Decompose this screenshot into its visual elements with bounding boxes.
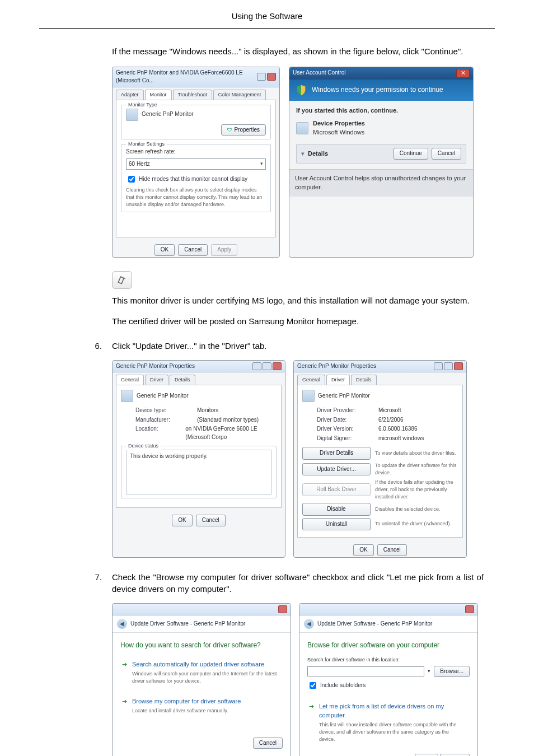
driver-provider-label: Driver Provider: <box>317 407 373 415</box>
window-controls[interactable] <box>434 362 463 370</box>
tab-adapter[interactable]: Adapter <box>116 90 144 100</box>
close-button[interactable]: ✕ <box>456 69 470 78</box>
uac-cancel-button[interactable]: Cancel <box>432 148 461 160</box>
device-type-value: Monitors <box>197 407 218 415</box>
uac-details-label[interactable]: Details <box>308 150 328 158</box>
next-button[interactable]: Next <box>415 754 439 756</box>
back-icon[interactable]: ◀ <box>117 619 127 629</box>
uac-band: Windows needs your permission to continu… <box>289 80 473 101</box>
window-controls[interactable] <box>257 73 276 81</box>
uac-footer: User Account Control helps stop unauthor… <box>289 169 473 197</box>
shield-icon <box>295 84 307 96</box>
disable-button[interactable]: Disable <box>302 503 371 516</box>
update-driver-desc: To update the driver software for this d… <box>375 462 458 477</box>
option-browse-computer[interactable]: Browse my computer for driver software L… <box>120 693 283 718</box>
note-paragraph-2: The certified driver will be posted on S… <box>112 315 484 328</box>
update-driver-button[interactable]: Update Driver... <box>302 463 371 476</box>
note-icon <box>112 271 132 289</box>
chevron-down-icon[interactable]: ▾ <box>301 150 305 158</box>
step-text: Check the "Browse my computer for driver… <box>112 571 484 596</box>
step-number: 7. <box>90 571 102 596</box>
monitor-settings-group: Monitor Settings Screen refresh rate: 60… <box>121 144 271 212</box>
driver-details-button[interactable]: Driver Details <box>302 447 371 460</box>
update-wizard-browse-window: ◀ Update Driver Software - Generic PnP M… <box>299 603 478 756</box>
intro-paragraph: If the message "Windows needs..." is dis… <box>112 45 484 58</box>
step-number: 6. <box>90 340 102 352</box>
option-desc: This list will show installed driver sof… <box>319 721 466 743</box>
window-controls[interactable] <box>278 605 287 613</box>
properties-button[interactable]: Properties <box>221 124 266 136</box>
figure-row-1: Generic PnP Monitor and NVIDIA GeForce66… <box>112 67 484 258</box>
monitor-icon <box>126 109 138 121</box>
ok-button[interactable]: OK <box>154 244 175 256</box>
cancel-button[interactable]: Cancel <box>440 754 470 756</box>
option-desc: Locate and install driver software manua… <box>132 707 279 715</box>
include-subfolders-input[interactable] <box>310 682 316 689</box>
hide-modes-checkbox[interactable]: Hide modes that this monitor cannot disp… <box>126 174 266 184</box>
uninstall-button[interactable]: Uninstall <box>302 518 371 531</box>
manufacturer-label: Manufacturer: <box>135 416 191 424</box>
step-7: 7. Check the "Browse my computer for dri… <box>90 571 484 596</box>
dialog-buttons: OK Cancel Apply <box>113 241 279 257</box>
tab-general[interactable]: General <box>297 375 325 385</box>
hide-modes-note: Clearing this check box allows you to se… <box>126 186 266 208</box>
device-type-label: Device type: <box>135 407 191 415</box>
hide-modes-input[interactable] <box>128 176 135 183</box>
option-title: Browse my computer for driver software <box>132 697 279 706</box>
update-wizard-search-window: ◀ Update Driver Software - Generic PnP M… <box>112 603 291 756</box>
cancel-button[interactable]: Cancel <box>377 544 407 556</box>
device-icon <box>296 122 308 134</box>
titlebar: Generic PnP Monitor and NVIDIA GeForce66… <box>113 67 279 87</box>
refresh-rate-dropdown[interactable]: 60 Hertz <box>126 158 266 170</box>
roll-back-button[interactable]: Roll Back Driver <box>302 483 371 496</box>
monitor-name: Generic PnP Monitor <box>142 110 194 119</box>
window-controls[interactable] <box>465 605 474 613</box>
back-icon[interactable]: ◀ <box>304 619 314 629</box>
driver-details-desc: To view details about the driver files. <box>375 450 456 457</box>
continue-button[interactable]: Continue <box>394 148 428 160</box>
option-pick-from-list[interactable]: Let me pick from a list of device driver… <box>307 698 470 747</box>
uac-title-text: User Account Control <box>293 69 346 77</box>
driver-version-value: 6.0.6000.16386 <box>378 425 418 433</box>
tab-monitor[interactable]: Monitor <box>145 90 172 100</box>
monitor-settings-label: Monitor Settings <box>126 141 167 148</box>
include-subfolders-checkbox[interactable]: Include subfolders <box>307 680 470 690</box>
option-desc: Windows will search your computer and th… <box>132 670 279 685</box>
search-location-label: Search for driver software in this locat… <box>307 656 470 664</box>
uac-started: If you started this action, continue. <box>296 106 466 115</box>
uac-titlebar: User Account Control ✕ <box>289 67 473 80</box>
window-controls[interactable] <box>252 362 282 370</box>
tab-details[interactable]: Details <box>170 375 195 385</box>
tabs: Adapter Monitor Troubleshoot Color Manag… <box>113 87 279 100</box>
path-input[interactable] <box>307 666 424 676</box>
monitor-properties-window: Generic PnP Monitor and NVIDIA GeForce66… <box>112 67 280 258</box>
path-dropdown-icon[interactable]: ▾ <box>428 668 430 675</box>
monitor-icon <box>302 390 315 402</box>
wizard-breadcrumb: ◀ Update Driver Software - Generic PnP M… <box>113 615 291 633</box>
props-driver-window: Generic PnP Monitor Properties General D… <box>293 360 467 558</box>
page-header: Using the Software <box>0 0 534 28</box>
digital-signer-value: microsoft windows <box>378 435 424 443</box>
ok-button[interactable]: OK <box>353 544 373 556</box>
option-title: Search automatically for updated driver … <box>132 660 279 669</box>
tab-troubleshoot[interactable]: Troubleshoot <box>173 90 212 100</box>
cancel-button[interactable]: Cancel <box>196 515 226 526</box>
figure-row-2: Generic PnP Monitor Properties General D… <box>112 360 484 558</box>
option-search-auto[interactable]: Search automatically for updated driver … <box>120 656 283 689</box>
ok-button[interactable]: OK <box>172 515 192 526</box>
tab-details[interactable]: Details <box>351 375 377 385</box>
uac-window: User Account Control ✕ Windows needs you… <box>289 67 474 258</box>
driver-date-label: Driver Date: <box>317 416 373 424</box>
tab-color-management[interactable]: Color Management <box>213 90 266 100</box>
cancel-button[interactable]: Cancel <box>253 738 283 749</box>
props-general-window: Generic PnP Monitor Properties General D… <box>112 360 285 558</box>
tab-driver[interactable]: Driver <box>326 375 350 385</box>
browse-button[interactable]: Browse... <box>434 666 470 678</box>
uac-device: Device Properties Microsoft Windows <box>296 119 466 137</box>
tab-general[interactable]: General <box>116 375 144 385</box>
tab-driver[interactable]: Driver <box>145 375 168 385</box>
hide-modes-label: Hide modes that this monitor cannot disp… <box>139 175 247 184</box>
apply-button[interactable]: Apply <box>211 244 237 256</box>
figure-row-3: ◀ Update Driver Software - Generic PnP M… <box>112 603 484 756</box>
cancel-button[interactable]: Cancel <box>178 244 208 256</box>
